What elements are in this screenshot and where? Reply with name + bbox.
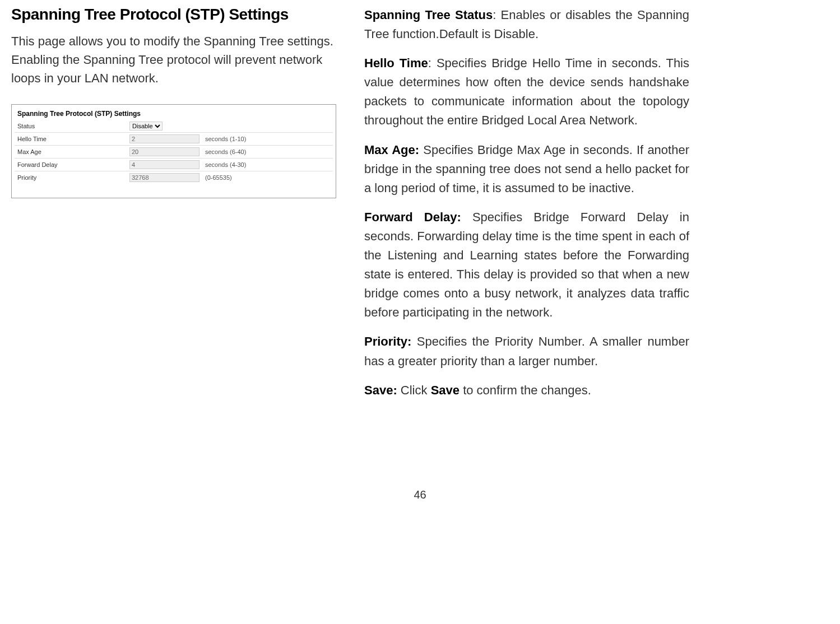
row-forward-delay: Forward Delay seconds (4-30) [15, 159, 333, 171]
row-note: seconds (6-40) [202, 146, 333, 159]
row-priority: Priority (0-65535) [15, 171, 333, 184]
def-term: Spanning Tree Status [364, 8, 493, 22]
row-note: (0-65535) [202, 171, 333, 184]
status-select[interactable]: Disable [129, 122, 163, 131]
max-age-input[interactable] [129, 147, 199, 156]
def-spanning-tree-status: Spanning Tree Status: Enables or disable… [364, 6, 689, 44]
panel-title: Spanning Tree Protocol (STP) Settings [15, 108, 333, 120]
def-forward-delay: Forward Delay: Specifies Bridge Forward … [364, 208, 689, 323]
def-hello-time: Hello Time: Specifies Bridge Hello Time … [364, 54, 689, 130]
def-priority: Priority: Specifies the Priority Number.… [364, 332, 689, 370]
def-term: Forward Delay: [364, 210, 461, 224]
hello-time-input[interactable] [129, 134, 199, 143]
stp-settings-panel: Spanning Tree Protocol (STP) Settings St… [11, 104, 336, 198]
stp-settings-table: Status Disable Hello Time seconds (1-10) [15, 120, 333, 184]
row-max-age: Max Age seconds (6-40) [15, 146, 333, 159]
intro-paragraph: This page allows you to modify the Spann… [11, 32, 336, 87]
priority-input[interactable] [129, 173, 199, 182]
def-term: Priority: [364, 334, 411, 348]
row-label: Hello Time [15, 133, 127, 146]
row-hello-time: Hello Time seconds (1-10) [15, 133, 333, 146]
row-label: Forward Delay [15, 159, 127, 171]
def-save: Save: Click Save to confirm the changes. [364, 381, 689, 400]
forward-delay-input[interactable] [129, 160, 199, 169]
def-term: Save: [364, 383, 397, 397]
row-label: Priority [15, 171, 127, 184]
def-max-age: Max Age: Specifies Bridge Max Age in sec… [364, 141, 689, 198]
def-term: Max Age: [364, 143, 419, 157]
row-note: seconds (1-10) [202, 133, 333, 146]
row-note [202, 120, 333, 133]
def-term: Hello Time [364, 56, 428, 70]
row-label: Max Age [15, 146, 127, 159]
page-heading: Spanning Tree Protocol (STP) Settings [11, 6, 336, 24]
page-number: 46 [11, 488, 829, 501]
row-label: Status [15, 120, 127, 133]
row-status: Status Disable [15, 120, 333, 133]
row-note: seconds (4-30) [202, 159, 333, 171]
